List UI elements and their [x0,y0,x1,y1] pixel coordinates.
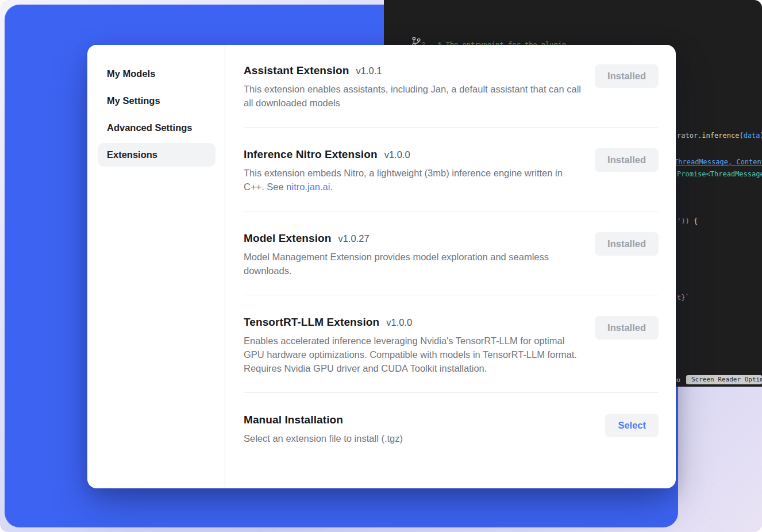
extension-row-tensorrt: TensortRT-LLM Extension v1.0.0 Enables a… [244,295,659,393]
installed-button[interactable]: Installed [595,64,659,88]
extension-version: v1.0.1 [356,65,382,76]
manual-installation-title: Manual Installation [244,414,343,426]
select-file-button[interactable]: Select [605,414,659,437]
sidebar-item-advanced-settings[interactable]: Advanced Settings [98,116,215,140]
extensions-settings-modal: My Models My Settings Advanced Settings … [87,45,676,488]
extensions-list: Assistant Extension v1.0.1 This extensio… [225,45,676,488]
manual-installation-description: Select an extension file to install (.tg… [244,433,403,444]
nitro-jan-ai-link[interactable]: nitro.jan.ai. [286,182,333,192]
installed-button[interactable]: Installed [595,316,659,340]
code-fragment: rator.inference(data)); [677,131,762,141]
extension-title: Inference Nitro Extension [244,148,378,161]
installed-button[interactable]: Installed [595,232,659,256]
extension-description: Model Management Extension provides mode… [244,250,582,277]
extension-row-nitro: Inference Nitro Extension v1.0.0 This ex… [244,128,659,211]
extension-row-assistant: Assistant Extension v1.0.1 This extensio… [244,64,659,128]
extension-title: Model Extension [244,232,331,245]
page: 2 3 4 5 6 * The entrypoint for the plugi… [0,0,762,532]
extension-title: Assistant Extension [244,64,349,77]
code-fragment: ')) { [677,217,698,226]
screen-reader-chip: Screen Reader Optimize [686,375,762,384]
code-fragment: Promise<ThreadMessage> [677,169,762,179]
extension-description: Enables accelerated inference leveraging… [244,334,582,375]
settings-sidebar: My Models My Settings Advanced Settings … [87,45,225,488]
sidebar-item-my-models[interactable]: My Models [98,62,215,86]
extension-description: This extension enables assistants, inclu… [244,82,582,110]
sidebar-item-extensions[interactable]: Extensions [98,143,215,167]
sidebar-item-my-settings[interactable]: My Settings [98,89,215,113]
manual-installation-row: Manual Installation Select an extension … [244,393,659,461]
extension-description: This extension embeds Nitro, a lightweig… [244,166,582,194]
extension-version: v1.0.0 [384,149,410,160]
extension-version: v1.0.0 [386,317,412,328]
code-fragment: t}` [677,293,690,303]
extension-title: TensortRT-LLM Extension [244,316,379,329]
extension-row-model: Model Extension v1.0.27 Model Management… [244,211,659,295]
installed-button[interactable]: Installed [595,148,659,172]
extension-version: v1.0.27 [338,233,369,244]
